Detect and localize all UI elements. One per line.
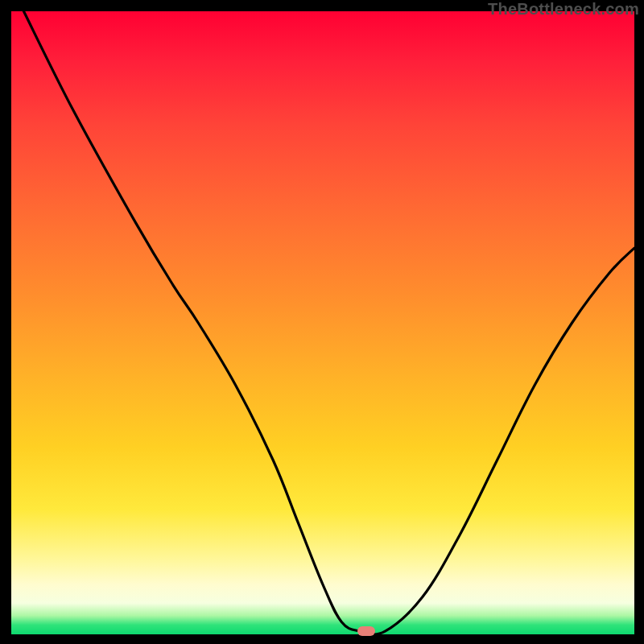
attribution-text: TheBottleneck.com (488, 0, 639, 18)
chart-frame: TheBottleneck.com (0, 0, 644, 644)
optimal-point-marker (357, 626, 375, 636)
curve-svg (11, 11, 634, 634)
bottleneck-curve (23, 11, 634, 634)
plot-area (11, 11, 634, 634)
